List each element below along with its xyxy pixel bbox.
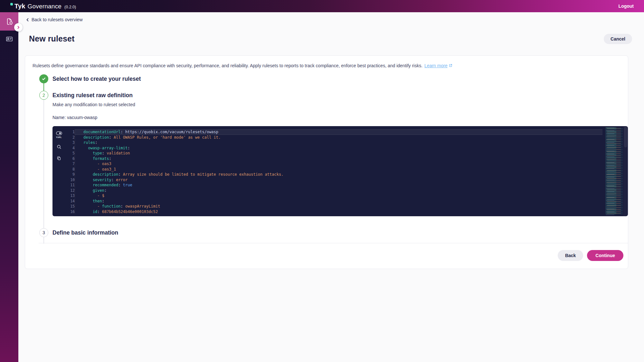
line-content: recommended: true [75,182,602,188]
cancel-button[interactable]: Cancel [604,34,632,44]
code-line[interactable]: 4 owasp-array-limit: [52,145,602,151]
brand-logo: Tyk Governance (0.2.0) [10,3,76,10]
line-content: given: [75,188,602,193]
sidebar-item-contacts[interactable] [0,31,18,47]
code-line[interactable]: 8 - oas3_1 [52,167,602,172]
language-badge: YAML [56,136,62,139]
line-content: documentationUrl: https://quobix.com/vac… [75,129,602,135]
line-content: description: Array size should be limite… [75,172,602,177]
sidebar-expand-button[interactable] [14,23,23,32]
back-row: Back to rulesets overview [18,12,644,23]
continue-button[interactable]: Continue [587,250,623,261]
sidebar [0,12,18,362]
brand-name: Tyk [14,3,25,10]
wizard-stepper: Select how to create your ruleset 2 Exis… [39,74,628,237]
check-icon [42,77,46,81]
wizard-footer: Back Continue [25,243,628,269]
code-line[interactable]: 5 type: validation [52,151,602,156]
back-to-rulesets-link[interactable]: Back to rulesets overview [26,17,83,22]
code-lines[interactable]: 1documentationUrl: https://quobix.com/va… [52,126,602,214]
code-line[interactable]: 1documentationUrl: https://quobix.com/va… [52,129,602,135]
editor-scrollbar[interactable] [623,126,628,216]
code-line[interactable]: 9 description: Array size should be limi… [52,172,602,177]
step2-number-circle: 2 [39,91,48,100]
line-content: type: validation [75,151,602,156]
line-content: - function: owaspArrayLimit [75,204,602,209]
search-icon[interactable] [57,144,62,149]
code-line[interactable]: 15 - function: owaspArrayLimit [52,204,602,209]
top-bar: Tyk Governance (0.2.0) Logout [0,0,644,12]
line-content: description: All OWASP Rules, or 'hard m… [75,135,602,140]
step-raw-definition: 2 Existing ruleset raw definition Make a… [39,91,628,216]
code-line[interactable]: 12 given: [52,188,602,193]
editor-gutter: YAML [52,126,65,216]
line-content: id: 687b64b524b46e000103dc52 [75,209,602,215]
code-line[interactable]: 10 severity: error [52,177,602,183]
intro-text: Rulesets define governance standards and… [33,63,422,68]
step-basic-information: 3 Define basic information [39,228,628,237]
intro-paragraph: Rulesets define governance standards and… [25,56,628,69]
brand-product: Governance [28,3,62,10]
code-line[interactable]: 11 recommended: true [52,182,602,188]
code-line[interactable]: 14 then: [52,199,602,204]
line-content: - oas3_1 [75,167,602,172]
back-button[interactable]: Back [558,250,583,261]
minimap[interactable] [604,127,623,215]
tyk-leaf-icon [10,3,13,5]
logout-button[interactable]: Logout [619,4,634,9]
code-line[interactable]: 13 - $ [52,193,602,199]
ruleset-wizard-card: Rulesets define governance standards and… [25,55,628,269]
app-version: (0.2.0) [64,5,76,9]
stepper-rail-complete [43,83,44,91]
yaml-code-editor[interactable]: YAML 1documentationUrl: https://quobix.c… [52,126,628,216]
page-title: New ruleset [29,34,74,43]
learn-more-label: Learn more [424,63,448,69]
step1-check-circle [39,74,48,83]
copy-icon[interactable] [57,156,61,161]
step-select-method: Select how to create your ruleset [39,74,628,83]
step3-number-circle: 3 [39,228,48,237]
document-shield-icon [5,18,13,25]
code-line[interactable]: 3rules: [52,140,602,145]
scrollbar-thumb[interactable] [624,127,627,147]
code-line[interactable]: 16 id: 687b64b524b46e000103dc52 [52,209,602,215]
code-line[interactable]: 2description: All OWASP Rules, or 'hard … [52,135,602,140]
line-content: rules: [75,140,602,145]
line-content: formats: [75,156,602,162]
line-content: severity: error [75,177,602,183]
line-content: owasp-array-limit: [75,145,602,151]
line-content: then: [75,199,602,204]
step2-body: Existing ruleset raw definition Make any… [52,91,628,216]
back-link-label: Back to rulesets overview [32,17,83,22]
external-link-icon [449,64,452,67]
page-header: New ruleset Cancel [29,34,632,44]
line-content: - oas3 [75,161,602,167]
id-card-icon [5,35,13,43]
main-content: Back to rulesets overview New ruleset Ca… [18,12,644,362]
chevron-left-icon [26,18,29,22]
ruleset-name-label: Name: vacuum-owasp [52,115,628,120]
preview-toggle-icon[interactable] [56,131,62,135]
code-line[interactable]: 6 formats: [52,156,602,162]
line-content: - $ [75,193,602,199]
step3-title: Define basic information [52,228,118,237]
code-line[interactable]: 7 - oas3 [52,161,602,167]
step2-title: Existing ruleset raw definition [52,91,628,100]
step1-title: Select how to create your ruleset [52,74,141,83]
step2-subtitle: Make any modification to ruleset selecte… [52,102,628,107]
learn-more-link[interactable]: Learn more [424,63,452,69]
